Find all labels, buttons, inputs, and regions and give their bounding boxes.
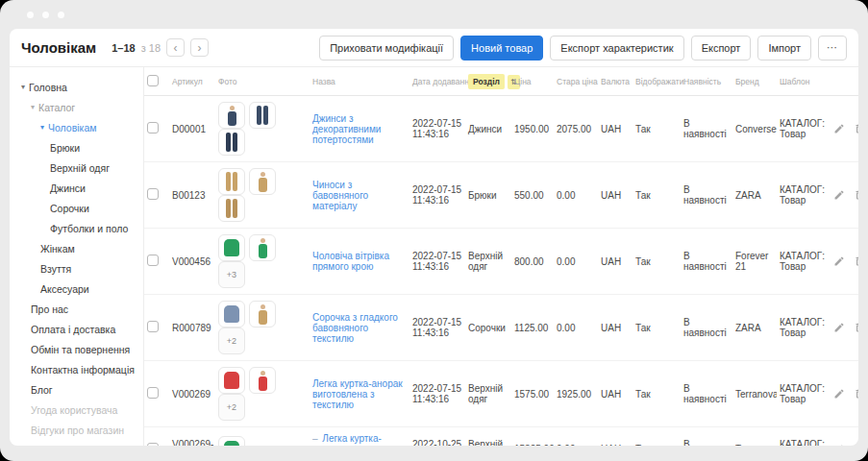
product-thumbnail[interactable] <box>218 436 245 447</box>
edit-button[interactable] <box>833 388 845 400</box>
delete-button[interactable] <box>854 189 858 201</box>
pencil-icon <box>833 189 845 201</box>
column-header-section[interactable]: Розділ⇅ <box>465 67 511 96</box>
prev-page-button[interactable]: ‹ <box>166 38 185 57</box>
sidebar-item-17[interactable]: Відгуки про магазин <box>10 420 143 440</box>
sidebar-item-13[interactable]: Обмін та повернення <box>10 339 143 359</box>
pagination: 1–18 з 18 <box>112 42 161 54</box>
column-header-template[interactable]: Шаблон <box>777 67 831 96</box>
sidebar-item-8[interactable]: Жінкам <box>10 238 143 258</box>
photo-cell <box>215 427 310 447</box>
sidebar-item-11[interactable]: Про нас <box>10 299 143 319</box>
export-button[interactable]: Експорт <box>691 36 752 61</box>
row-checkbox[interactable] <box>147 387 159 399</box>
chevron-right-icon: › <box>198 41 202 55</box>
more-actions-button[interactable]: ⋯ <box>818 36 847 61</box>
product-name-link[interactable]: Сорочка з гладкого бавовняного текстилю <box>312 312 398 344</box>
trash-icon <box>854 123 858 134</box>
row-checkbox[interactable] <box>147 443 159 447</box>
date-cell: 2022-07-15 11:43:16 <box>409 162 465 229</box>
column-header-display[interactable]: Відображати <box>632 67 681 96</box>
delete-button[interactable] <box>854 444 858 447</box>
category-sidebar: ▾Головна▾Каталог▾ЧоловікамБрюкиВерхній о… <box>10 67 144 446</box>
product-thumbnail[interactable] <box>249 234 276 261</box>
delete-button[interactable] <box>854 388 858 400</box>
row-checkbox[interactable] <box>147 188 159 200</box>
column-header-old_price[interactable]: Стара ціна <box>554 67 598 96</box>
more-photos-badge[interactable]: +2 <box>218 328 245 354</box>
window-zoom-dot[interactable] <box>58 12 64 18</box>
product-thumbnail[interactable] <box>218 168 245 195</box>
pagination-range: 1–18 <box>112 42 135 54</box>
more-photos-badge[interactable]: +3 <box>218 261 245 288</box>
column-header-sku[interactable]: Артикул <box>169 67 215 96</box>
section-cell: Верхній одяг <box>465 229 511 295</box>
next-page-button[interactable]: › <box>190 38 209 57</box>
sidebar-item-1[interactable]: ▾Каталог <box>10 97 143 117</box>
hide-modifications-button[interactable]: Приховати модифікації <box>319 36 454 61</box>
column-header-date[interactable]: Дата додавання <box>409 67 465 96</box>
sidebar-item-9[interactable]: Взуття <box>10 258 143 279</box>
product-thumbnail[interactable] <box>218 102 245 129</box>
window-close-dot[interactable] <box>27 12 34 18</box>
row-checkbox[interactable] <box>147 255 159 266</box>
more-photos-badge[interactable]: +2 <box>218 394 245 421</box>
select-all-checkbox[interactable] <box>147 75 159 86</box>
sidebar-item-6[interactable]: Сорочки <box>10 198 143 218</box>
row-checkbox[interactable] <box>147 122 159 133</box>
delete-button[interactable] <box>854 255 858 267</box>
column-header-photo[interactable]: Фото <box>215 67 310 96</box>
export-attributes-button[interactable]: Експорт характеристик <box>550 36 683 61</box>
sidebar-item-12[interactable]: Оплата і доставка <box>10 319 143 339</box>
product-thumbnail[interactable] <box>249 168 276 195</box>
product-name-link[interactable]: Чиноси з бавовняного матеріалу <box>312 180 368 211</box>
edit-button[interactable] <box>833 444 845 447</box>
photo-cell: +2 <box>215 295 310 361</box>
sidebar-item-3[interactable]: Брюки <box>10 137 143 158</box>
sidebar-item-label: Головна <box>29 82 67 93</box>
sidebar-item-5[interactable]: Джинси <box>10 178 143 198</box>
chevron-down-icon: ▾ <box>21 83 25 91</box>
price-cell: 15825.00 <box>511 427 554 447</box>
product-thumbnail[interactable] <box>249 301 276 328</box>
product-name-link[interactable]: Легка куртка-анорак виготовлена з тексти… <box>312 433 401 446</box>
new-product-button[interactable]: Новий товар <box>460 36 543 61</box>
product-thumbnail[interactable] <box>249 367 276 394</box>
product-thumbnail[interactable] <box>218 234 245 261</box>
import-button[interactable]: Імпорт <box>757 36 811 61</box>
sidebar-item-2[interactable]: ▾Чоловікам <box>10 117 143 137</box>
product-thumbnail[interactable] <box>218 367 245 394</box>
delete-button[interactable] <box>854 322 858 333</box>
product-name-link[interactable]: Легка куртка-анорак виготовлена з тексти… <box>312 378 403 410</box>
sidebar-item-label: Джинси <box>50 182 86 194</box>
product-thumbnail[interactable] <box>249 102 276 129</box>
sidebar-item-4[interactable]: Верхній одяг <box>10 158 143 178</box>
edit-button[interactable] <box>833 189 845 201</box>
column-header-price[interactable]: Ціна <box>511 67 554 96</box>
product-name-link[interactable]: Чоловіча вітрівка прямого крою <box>312 251 389 272</box>
delete-button[interactable] <box>854 123 858 134</box>
row-checkbox[interactable] <box>147 321 159 332</box>
product-thumbnail[interactable] <box>218 301 245 328</box>
sidebar-item-14[interactable]: Контактна інформація <box>10 359 143 379</box>
sidebar-item-0[interactable]: ▾Головна <box>10 77 143 97</box>
edit-button[interactable] <box>833 255 845 267</box>
sidebar-item-18[interactable]: Мапа сайту <box>10 440 143 446</box>
column-header-availability[interactable]: Наявність <box>681 67 732 96</box>
product-name-link[interactable]: Джинси з декоративними потертостями <box>312 113 381 145</box>
window-minimize-dot[interactable] <box>42 12 49 18</box>
edit-button[interactable] <box>833 123 845 134</box>
column-header-name[interactable]: Назва <box>310 67 409 96</box>
brand-cell: ZARA <box>732 295 777 361</box>
column-header-currency[interactable]: Валюта <box>598 67 632 96</box>
product-thumbnail[interactable] <box>218 129 245 156</box>
sidebar-item-10[interactable]: Аксесуари <box>10 279 143 299</box>
sidebar-item-7[interactable]: Футболки и поло <box>10 218 143 238</box>
product-thumbnail[interactable] <box>218 195 245 222</box>
sidebar-item-15[interactable]: Блог <box>10 379 143 400</box>
column-header-brand[interactable]: Бренд <box>732 67 777 96</box>
sidebar-item-16[interactable]: Угода користувача <box>10 400 143 420</box>
product-table-wrap: АртикулФотоНазваДата додаванняРозділ⇅Цін… <box>144 67 858 446</box>
edit-button[interactable] <box>833 322 845 333</box>
name-cell: Легка куртка-анорак виготовлена з тексти… <box>310 361 409 427</box>
